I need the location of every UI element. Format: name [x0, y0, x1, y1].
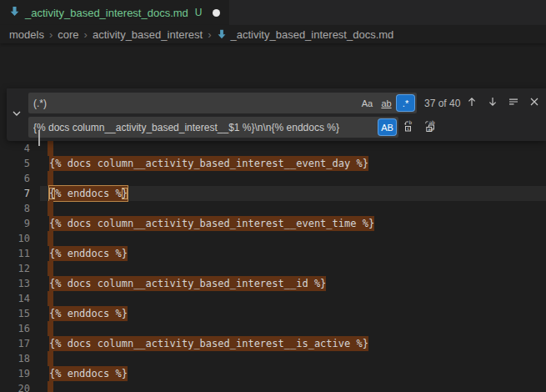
- editor-line-19[interactable]: 19{% enddocs %}: [0, 366, 546, 381]
- editor-line-14[interactable]: 14: [0, 291, 546, 306]
- find-match-empty-line: [48, 171, 53, 186]
- editor-line-5[interactable]: 5{% docs column__activity_based_interest…: [0, 156, 546, 171]
- breadcrumb-item-models[interactable]: models: [9, 28, 44, 41]
- editor-line-20[interactable]: 20: [0, 381, 546, 392]
- arrow-up-icon: [466, 96, 478, 111]
- line-text: [49, 381, 53, 392]
- svg-text:b: b: [409, 119, 413, 125]
- editor-line-10[interactable]: 10: [0, 231, 546, 246]
- editor-line-12[interactable]: 12: [0, 261, 546, 276]
- tab-filename: _activity_based_interest_docs.md: [25, 7, 188, 19]
- find-match-empty-line: [48, 231, 53, 246]
- line-text: [49, 201, 53, 216]
- editor-line-18[interactable]: 18: [0, 351, 546, 366]
- find-row: (.*) Aa ab .* 37 of 40: [28, 93, 543, 113]
- editor-line-4[interactable]: 4: [0, 141, 546, 156]
- line-text: {% enddocs %}: [49, 366, 128, 381]
- editor-line-13[interactable]: 13{% docs column__activity_based_interes…: [0, 276, 546, 291]
- previous-match-button[interactable]: [463, 94, 481, 113]
- line-text: {% enddocs %}: [49, 186, 128, 201]
- find-match-empty-line: [48, 141, 53, 156]
- line-text: [49, 231, 53, 246]
- find-match-empty-line: [48, 381, 53, 392]
- find-match-empty-line: [48, 291, 53, 306]
- close-icon: [528, 96, 540, 111]
- editor-line-7[interactable]: 7{% enddocs %}: [0, 186, 546, 201]
- preserve-case-toggle[interactable]: AB: [378, 119, 396, 135]
- line-number: 5: [0, 156, 30, 171]
- tab-bar: _activity_based_interest_docs.md U: [0, 0, 546, 25]
- markdown-file-icon: [217, 29, 227, 39]
- tab-activity-based-interest-docs[interactable]: _activity_based_interest_docs.md U: [0, 0, 229, 25]
- line-text: [49, 351, 53, 366]
- line-number: 18: [0, 351, 30, 366]
- line-text: [49, 141, 53, 156]
- replace-all-icon: ab ac: [424, 119, 438, 136]
- line-number: 12: [0, 261, 30, 276]
- line-number: 8: [0, 201, 30, 216]
- editor-line-9[interactable]: 9{% docs column__activity_based_interest…: [0, 216, 546, 231]
- breadcrumb-item-core[interactable]: core: [58, 28, 78, 41]
- match-count: 37 of 40: [424, 98, 460, 109]
- find-in-selection-button[interactable]: [504, 94, 523, 113]
- line-number: 17: [0, 336, 30, 351]
- line-text: {% enddocs %}: [49, 306, 128, 321]
- editor-line-17[interactable]: 17{% docs column__activity_based_interes…: [0, 336, 546, 351]
- line-number: 9: [0, 216, 30, 231]
- match-case-toggle[interactable]: Aa: [358, 95, 376, 111]
- replace-input[interactable]: {% docs column__activity_based_interest_…: [28, 117, 398, 138]
- breadcrumb-item-file[interactable]: _activity_based_interest_docs.md: [231, 28, 394, 41]
- replace-row: {% docs column__activity_based_interest_…: [28, 117, 543, 138]
- markdown-file-icon: [9, 5, 20, 20]
- svg-text:ab: ab: [429, 119, 436, 125]
- chevron-down-icon: [11, 108, 23, 123]
- replace-value-text: {% docs column__activity_based_interest_…: [33, 122, 377, 133]
- breadcrumb: models › core › activity_based_interest …: [0, 25, 546, 43]
- line-number: 14: [0, 291, 30, 306]
- find-match-empty-line: [48, 321, 53, 336]
- git-status-badge: U: [195, 7, 203, 18]
- replace-button[interactable]: b c: [401, 118, 419, 137]
- line-text: {% docs column__activity_based_interest_…: [49, 156, 368, 171]
- line-number: 11: [0, 246, 30, 261]
- whole-word-toggle[interactable]: ab: [378, 95, 395, 111]
- find-match: {% docs column__activity_based_interest_…: [49, 336, 368, 351]
- find-query-text: (.*): [33, 98, 357, 109]
- regex-toggle[interactable]: .*: [397, 95, 414, 111]
- line-text: {% enddocs %}: [49, 246, 128, 261]
- line-number: 4: [0, 141, 30, 156]
- find-match-empty-line: [48, 261, 53, 276]
- find-match: {% docs column__activity_based_interest_…: [49, 216, 374, 231]
- next-match-button[interactable]: [483, 94, 502, 113]
- breadcrumb-item-activity-based-interest[interactable]: activity_based_interest: [93, 28, 203, 41]
- line-number: 20: [0, 381, 30, 392]
- find-replace-widget: (.*) Aa ab .* 37 of 40: [7, 88, 546, 141]
- match-text: % enddocs %: [55, 188, 121, 199]
- vscode-window: { "tab": { "filename": "_activity_based_…: [0, 0, 546, 392]
- line-number: 19: [0, 366, 30, 381]
- find-match: {% enddocs %}: [49, 366, 128, 381]
- find-match: {% docs column__activity_based_interest_…: [49, 156, 368, 171]
- find-match-empty-line: [48, 201, 53, 216]
- close-find-widget-button[interactable]: [525, 94, 543, 113]
- line-text: [49, 321, 53, 336]
- line-text: [49, 171, 53, 186]
- svg-text:ac: ac: [428, 126, 433, 131]
- code-editor[interactable]: 1{% docs column__activity_based_interest…: [0, 43, 546, 392]
- line-number: 10: [0, 231, 30, 246]
- selection-lines-icon: [508, 96, 519, 111]
- editor-line-15[interactable]: 15{% enddocs %}: [0, 306, 546, 321]
- editor-line-8[interactable]: 8: [0, 201, 546, 216]
- modified-dot-icon[interactable]: [213, 9, 220, 17]
- editor-line-6[interactable]: 6: [0, 171, 546, 186]
- find-match: {% enddocs %}: [49, 246, 128, 261]
- replace-all-button[interactable]: ab ac: [422, 118, 440, 137]
- toggle-replace-button[interactable]: [7, 88, 27, 141]
- editor-line-16[interactable]: 16: [0, 321, 546, 336]
- line-text: [49, 291, 53, 306]
- find-input[interactable]: (.*) Aa ab .*: [28, 93, 417, 113]
- editor-line-11[interactable]: 11{% enddocs %}: [0, 246, 546, 261]
- current-find-match: {% enddocs %}: [49, 186, 128, 201]
- line-text: {% docs column__activity_based_interest_…: [49, 336, 368, 351]
- line-number: 6: [0, 171, 30, 186]
